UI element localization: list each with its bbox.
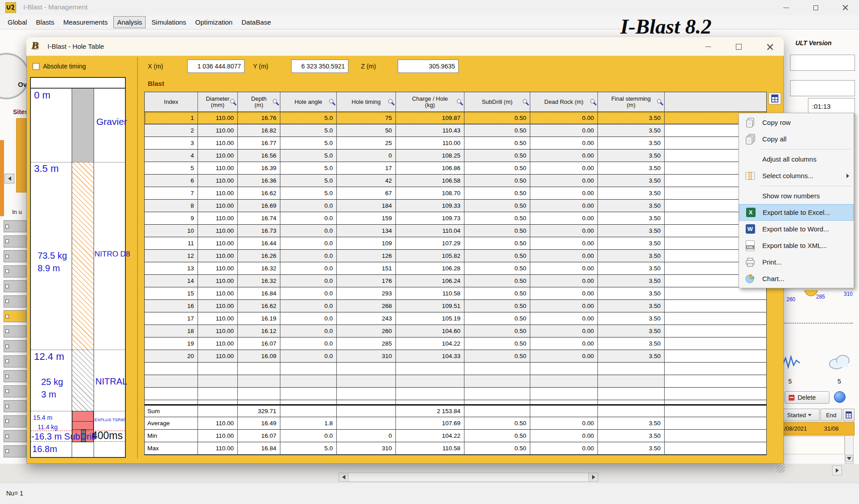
cell[interactable]: 16 bbox=[145, 300, 198, 312]
context-menu-item-copy-all[interactable]: Copy all bbox=[739, 131, 854, 147]
cell[interactable]: 16.44 bbox=[238, 237, 280, 250]
cell[interactable]: 67 bbox=[337, 187, 396, 200]
dialog-minimize-button[interactable] bbox=[700, 39, 717, 54]
cell[interactable]: 17 bbox=[145, 312, 198, 325]
cell[interactable]: 0.00 bbox=[530, 262, 598, 275]
cell[interactable]: 0.50 bbox=[464, 325, 530, 337]
cell[interactable]: 16.74 bbox=[238, 212, 280, 225]
cell[interactable] bbox=[145, 388, 198, 400]
context-menu-item-adjust-all-columns[interactable]: Adjust all columns bbox=[739, 151, 854, 167]
cell[interactable]: 3.50 bbox=[598, 262, 665, 275]
cell[interactable]: 0.0 bbox=[280, 250, 337, 262]
cell[interactable]: 2 bbox=[145, 124, 198, 137]
cell[interactable]: 0.50 bbox=[464, 350, 530, 363]
cell[interactable]: 268 bbox=[337, 300, 396, 312]
context-menu-item-export-table-to-xml[interactable]: XMLExport table to XML... bbox=[739, 237, 854, 254]
table-options-button[interactable] bbox=[769, 93, 781, 104]
cell[interactable]: 16.36 bbox=[238, 175, 280, 187]
cell[interactable]: 0.50 bbox=[464, 124, 530, 137]
cell[interactable]: 5.0 bbox=[280, 124, 337, 137]
cell[interactable]: 110.04 bbox=[396, 225, 464, 237]
cell[interactable]: 0.0 bbox=[280, 200, 337, 212]
cell[interactable]: 5.0 bbox=[280, 162, 337, 175]
cell[interactable]: 0.00 bbox=[530, 287, 598, 300]
cell[interactable]: 0.00 bbox=[530, 337, 598, 350]
cell[interactable]: 3.50 bbox=[598, 187, 665, 200]
cell[interactable]: 16.12 bbox=[238, 325, 280, 337]
absolute-timing-checkbox[interactable] bbox=[33, 63, 39, 70]
cell[interactable]: 110.00 bbox=[198, 275, 238, 287]
cell[interactable]: 0.50 bbox=[464, 162, 530, 175]
cell[interactable]: 0.0 bbox=[280, 312, 337, 325]
cell[interactable] bbox=[464, 388, 530, 400]
cell[interactable]: 151 bbox=[337, 262, 396, 275]
cell[interactable]: 5.0 bbox=[280, 137, 337, 149]
table-row-11[interactable]: 11110.0016.440.0109107.290.500.003.50 bbox=[145, 237, 766, 250]
column-header-hole-angle[interactable]: Hole angle bbox=[280, 92, 337, 112]
cell[interactable]: 3.50 bbox=[598, 350, 665, 363]
y-coordinate-field[interactable]: 6 323 350.5921 bbox=[291, 60, 348, 73]
cell[interactable]: 11 bbox=[145, 237, 198, 250]
cell[interactable] bbox=[396, 375, 464, 388]
cell[interactable]: 110.00 bbox=[198, 337, 238, 350]
cell[interactable]: 16.19 bbox=[238, 312, 280, 325]
cell[interactable]: 3.50 bbox=[598, 325, 665, 337]
context-menu-item-export-table-to-excel[interactable]: XExport table to Excel... bbox=[739, 204, 854, 221]
cell[interactable]: 0.00 bbox=[530, 250, 598, 262]
column-header-subdrill-m-[interactable]: SubDrill (m) bbox=[464, 92, 530, 112]
cell[interactable]: 0.00 bbox=[530, 112, 598, 124]
background-list-row[interactable] bbox=[4, 415, 26, 427]
background-list-row[interactable] bbox=[4, 400, 26, 412]
cell[interactable]: 0.50 bbox=[464, 287, 530, 300]
cell[interactable]: 105.82 bbox=[396, 250, 464, 262]
table-row-2[interactable]: 2110.0016.825.050110.430.500.003.50 bbox=[145, 124, 766, 137]
cell[interactable] bbox=[665, 363, 766, 375]
cell[interactable]: 16.69 bbox=[238, 200, 280, 212]
cell[interactable]: 0.00 bbox=[530, 225, 598, 237]
z-coordinate-field[interactable]: 305.9635 bbox=[398, 60, 459, 73]
table-options-button-2[interactable] bbox=[843, 409, 855, 421]
cell[interactable]: 3.50 bbox=[598, 275, 665, 287]
cell[interactable]: 0.50 bbox=[464, 149, 530, 162]
cell[interactable]: 20 bbox=[145, 350, 198, 363]
cell[interactable]: 0.50 bbox=[464, 175, 530, 187]
cell[interactable]: 110.00 bbox=[198, 200, 238, 212]
cell[interactable]: 110.00 bbox=[198, 250, 238, 262]
cell[interactable]: 0.50 bbox=[464, 187, 530, 200]
cell[interactable]: 3.50 bbox=[598, 300, 665, 312]
cell[interactable]: 106.28 bbox=[396, 262, 464, 275]
table-row-15[interactable]: 15110.0016.840.0293110.580.500.003.50 bbox=[145, 287, 766, 300]
cell[interactable]: 3.50 bbox=[598, 112, 665, 124]
empty-row[interactable] bbox=[145, 388, 766, 400]
cell[interactable]: 5.0 bbox=[280, 112, 337, 124]
cell[interactable]: 184 bbox=[337, 200, 396, 212]
scroll-left-button[interactable] bbox=[339, 473, 348, 482]
cell[interactable]: 0.00 bbox=[530, 187, 598, 200]
menu-item-simulations[interactable]: Simulations bbox=[148, 17, 189, 28]
search-icon[interactable] bbox=[656, 98, 664, 106]
table-row-14[interactable]: 14110.0016.320.0176106.240.500.003.50 bbox=[145, 275, 766, 287]
cell[interactable]: 16.26 bbox=[238, 250, 280, 262]
column-header-charge-hole[interactable]: Charge / Hole (kg) bbox=[396, 92, 464, 112]
table-row-10[interactable]: 10110.0016.730.0134110.040.500.003.50 bbox=[145, 225, 766, 237]
cell[interactable]: 108.70 bbox=[396, 187, 464, 200]
cell[interactable]: 110.00 bbox=[198, 350, 238, 363]
cell[interactable]: 110.00 bbox=[198, 212, 238, 225]
cell[interactable]: 104.33 bbox=[396, 350, 464, 363]
background-list-row[interactable] bbox=[4, 385, 26, 397]
search-icon[interactable] bbox=[272, 98, 279, 106]
cell[interactable]: 16.77 bbox=[238, 137, 280, 149]
cell[interactable]: 0.50 bbox=[464, 200, 530, 212]
cell[interactable] bbox=[598, 375, 665, 388]
cell[interactable]: 310 bbox=[337, 350, 396, 363]
search-icon[interactable] bbox=[522, 98, 529, 106]
cell[interactable]: 16.56 bbox=[238, 149, 280, 162]
cell[interactable]: 0.50 bbox=[464, 237, 530, 250]
cell[interactable]: 18 bbox=[145, 325, 198, 337]
cell[interactable]: 104.22 bbox=[396, 337, 464, 350]
cell[interactable]: 8 bbox=[145, 200, 198, 212]
menu-item-analysis[interactable]: Analysis bbox=[113, 16, 146, 28]
cell[interactable]: 5.0 bbox=[280, 175, 337, 187]
background-list-row[interactable] bbox=[4, 265, 26, 278]
cell[interactable]: 13 bbox=[145, 262, 198, 275]
